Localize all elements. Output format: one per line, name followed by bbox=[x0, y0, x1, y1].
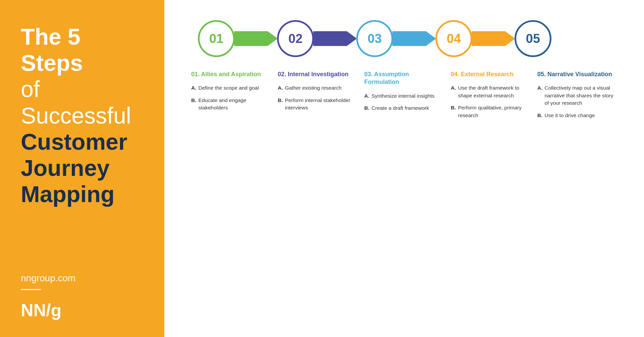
step-arrow-2 bbox=[313, 29, 357, 48]
step-3-item-2-text: Create a draft framework bbox=[372, 104, 429, 112]
step-2-item-2-label: B. bbox=[278, 97, 283, 112]
website-label: nngroup.com bbox=[21, 273, 148, 284]
step-circle-4: 04 bbox=[435, 20, 472, 57]
step-heading-4: 04. External Research bbox=[451, 70, 531, 78]
svg-marker-2 bbox=[392, 31, 436, 46]
step-col-3: 03. Assumption FormulationA.Synthesize i… bbox=[364, 70, 451, 324]
step-4-item-1-label: A. bbox=[451, 84, 456, 99]
step-5-item-1-text: Collectively map out a visual narrative … bbox=[545, 84, 618, 107]
step-4-item-1-text: Use the draft framework to shape externa… bbox=[458, 84, 532, 99]
step-3-item-2: B.Create a draft framework bbox=[364, 104, 445, 112]
step-1-item-2-text: Educate and engage stakeholders bbox=[199, 97, 272, 112]
step-5-item-2-text: Use it to drive change bbox=[545, 112, 595, 119]
step-1-item-1-text: Define the scope and goal bbox=[199, 84, 259, 92]
logo: NN/g bbox=[21, 300, 148, 320]
step-5-item-2: B.Use it to drive change bbox=[537, 112, 618, 119]
title-line1: The 5 Steps bbox=[21, 23, 148, 76]
step-col-5: 05. Narrative VisualizationA.Collectivel… bbox=[537, 70, 624, 324]
step-heading-5: 05. Narrative Visualization bbox=[537, 70, 618, 78]
step-3-item-2-label: B. bbox=[364, 104, 370, 112]
svg-marker-1 bbox=[313, 31, 357, 46]
title-dark3: Mapping bbox=[21, 181, 148, 207]
title-block: The 5 Steps of Successful Customer Journ… bbox=[21, 23, 148, 207]
step-col-2: 02. Internal InvestigationA.Gather exist… bbox=[278, 70, 364, 324]
title-line2: of Successful bbox=[21, 76, 148, 128]
step-2-item-1-text: Gather existing research bbox=[285, 84, 342, 92]
step-4-item-2-text: Perform qualitative, primary research bbox=[458, 104, 532, 119]
right-panel: 01 02 03 04 05 01. Allies and Aspiration… bbox=[164, 0, 644, 337]
step-1-item-1: A.Define the scope and goal bbox=[191, 84, 272, 92]
divider bbox=[21, 289, 41, 290]
title-dark2: Journey bbox=[21, 155, 148, 181]
steps-visual: 01 02 03 04 05 bbox=[198, 20, 624, 57]
step-arrow-1 bbox=[234, 29, 278, 48]
step-col-1: 01. Allies and AspirationA.Define the sc… bbox=[191, 70, 278, 324]
step-1-item-2-label: B. bbox=[191, 97, 197, 112]
step-heading-3: 03. Assumption Formulation bbox=[364, 70, 445, 86]
step-heading-2: 02. Internal Investigation bbox=[278, 70, 358, 78]
step-heading-1: 01. Allies and Aspiration bbox=[191, 70, 272, 78]
title-dark1: Customer bbox=[21, 129, 148, 155]
step-arrow-4 bbox=[472, 29, 515, 48]
step-circle-2: 02 bbox=[277, 20, 314, 57]
step-3-item-1-text: Synthesize internal insights bbox=[372, 92, 435, 100]
svg-marker-3 bbox=[472, 31, 515, 46]
step-5-item-1-label: A. bbox=[537, 84, 543, 107]
step-5-item-2-label: B. bbox=[537, 112, 543, 119]
step-1-item-2: B.Educate and engage stakeholders bbox=[191, 97, 272, 112]
step-col-4: 04. External ResearchA.Use the draft fra… bbox=[451, 70, 537, 324]
step-4-item-2-label: B. bbox=[451, 104, 456, 119]
step-arrow-3 bbox=[392, 29, 436, 48]
step-circle-1: 01 bbox=[198, 20, 235, 57]
step-circle-5: 05 bbox=[515, 20, 551, 57]
step-3-item-1-label: A. bbox=[364, 92, 370, 100]
steps-content: 01. Allies and AspirationA.Define the sc… bbox=[191, 70, 624, 324]
step-2-item-2-text: Perform internal stakeholder interviews bbox=[285, 97, 359, 112]
step-2-item-2: B.Perform internal stakeholder interview… bbox=[278, 97, 358, 112]
step-2-item-1-label: A. bbox=[278, 84, 283, 92]
step-4-item-1: A.Use the draft framework to shape exter… bbox=[451, 84, 531, 99]
step-1-item-1-label: A. bbox=[191, 84, 197, 92]
step-circle-3: 03 bbox=[356, 20, 393, 57]
step-5-item-1: A.Collectively map out a visual narrativ… bbox=[537, 84, 618, 107]
step-3-item-1: A.Synthesize internal insights bbox=[364, 92, 445, 100]
svg-marker-0 bbox=[234, 31, 278, 46]
step-4-item-2: B.Perform qualitative, primary research bbox=[451, 104, 531, 119]
step-2-item-1: A.Gather existing research bbox=[278, 84, 358, 92]
left-panel: The 5 Steps of Successful Customer Journ… bbox=[0, 0, 164, 337]
